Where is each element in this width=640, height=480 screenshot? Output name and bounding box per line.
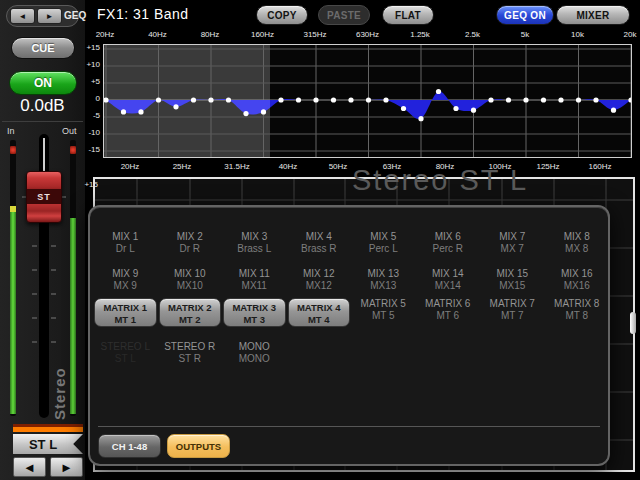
channel-id-label: MATRIX 2 <box>160 302 221 314</box>
geq-band-handle-400[interactable] <box>331 97 336 102</box>
channel-id-label: MIX 5 <box>352 231 415 243</box>
channel-id-label: MIX 11 <box>223 268 286 280</box>
channel-name-label: MX12 <box>288 280 351 292</box>
fader-tick <box>62 196 66 198</box>
prev-channel-button[interactable]: ◄ <box>10 8 35 24</box>
channel-select-mix-12[interactable]: MIX 12MX12 <box>288 268 351 292</box>
channel-select-mix-8[interactable]: MIX 8MX 8 <box>546 231 609 255</box>
channel-select-mix-3[interactable]: MIX 3Brass L <box>223 231 286 255</box>
geq-band-handle-2k[interactable] <box>453 106 458 111</box>
channel-select-matrix-8[interactable]: MATRIX 8MT 8 <box>546 298 609 327</box>
geq-band-handle-630[interactable] <box>366 97 371 102</box>
channel-id-label: MIX 2 <box>159 231 222 243</box>
mixer-button[interactable]: MIXER <box>556 5 630 25</box>
geq-band-handle-160[interactable] <box>261 109 266 114</box>
tab-ch-1-48[interactable]: CH 1-48 <box>98 434 161 458</box>
geq-band-handle-63[interactable] <box>191 97 196 102</box>
geq-band-handle-80[interactable] <box>208 97 213 102</box>
db-tick-label: +10 <box>80 60 100 69</box>
geq-band-handle-800[interactable] <box>383 97 388 102</box>
fader-tick <box>32 317 37 319</box>
geq-band-handle-3.15k[interactable] <box>488 97 493 102</box>
channel-select-popup: MIX 1Dr LMIX 2Dr RMIX 3Brass LMIX 4Brass… <box>88 205 610 466</box>
channel-right-arrow-button[interactable]: ► <box>50 457 83 477</box>
channel-select-mix-9[interactable]: MIX 9MX 9 <box>94 268 157 292</box>
freq-tick-label: 125Hz <box>528 162 568 171</box>
channel-select-mix-4[interactable]: MIX 4Brass R <box>288 231 351 255</box>
channel-select-matrix-7[interactable]: MATRIX 7MT 7 <box>481 298 544 327</box>
channel-select-mix-15[interactable]: MIX 15MX15 <box>481 268 544 292</box>
geq-band-handle-12.5k[interactable] <box>593 97 598 102</box>
fader-handle[interactable]: ST <box>26 171 62 223</box>
geq-band-handle-200[interactable] <box>278 97 283 102</box>
geq-band-handle-40[interactable] <box>156 97 161 102</box>
channel-select-mix-6[interactable]: MIX 6Perc R <box>417 231 480 255</box>
channel-select-matrix-6[interactable]: MATRIX 6MT 6 <box>417 298 480 327</box>
channel-select-stereo-r[interactable]: STEREO RST R <box>159 341 222 365</box>
channel-select-mix-13[interactable]: MIX 13MX13 <box>352 268 415 292</box>
channel-left-arrow-button[interactable]: ◄ <box>13 457 46 477</box>
geq-band-handle-25[interactable] <box>121 109 126 114</box>
geq-band-handle-5k[interactable] <box>523 97 528 102</box>
channel-select-matrix-2[interactable]: MATRIX 2MT 2 <box>159 298 222 327</box>
geq-band-handle-16k[interactable] <box>611 108 616 113</box>
geq-band-handle-6.3k[interactable] <box>541 97 546 102</box>
channel-select-mix-14[interactable]: MIX 14MX14 <box>417 268 480 292</box>
channel-name-text: ST L <box>29 437 57 452</box>
channel-select-stereo-l[interactable]: STEREO LST L <box>94 341 157 365</box>
fader-value: 0.0dB <box>0 96 85 116</box>
geq-band-handle-250[interactable] <box>296 97 301 102</box>
channel-select-matrix-5[interactable]: MATRIX 5MT 5 <box>352 298 415 327</box>
channel-select-mono[interactable]: MONOMONO <box>223 341 286 365</box>
freq-tick-label: 40Hz <box>268 162 308 171</box>
geq-band-handle-500[interactable] <box>348 97 353 102</box>
geq-band-handle-50[interactable] <box>173 104 178 109</box>
geq-band-handle-20k[interactable] <box>628 97 631 102</box>
channel-select-mix-11[interactable]: MIX 11MX11 <box>223 268 286 292</box>
freq-tick-label: 25Hz <box>162 162 202 171</box>
geq-on-button[interactable]: GEQ ON <box>496 5 554 25</box>
geq-band-handle-10k[interactable] <box>576 97 581 102</box>
channel-name-label: MT 2 <box>160 314 221 326</box>
paste-button[interactable]: PASTE <box>318 5 370 25</box>
geq-band-handle-2.5k[interactable] <box>471 108 476 113</box>
tab-outputs[interactable]: OUTPUTS <box>167 434 230 458</box>
channel-id-label: MATRIX 6 <box>417 298 480 310</box>
channel-name-label: Dr L <box>94 243 157 255</box>
channel-select-mix-1[interactable]: MIX 1Dr L <box>94 231 157 255</box>
db-tick-label: -5 <box>80 111 100 120</box>
channel-select-mix-10[interactable]: MIX 10MX10 <box>159 268 222 292</box>
channel-name-label: MX 9 <box>94 280 157 292</box>
channel-name-label: MT 4 <box>289 314 350 326</box>
geq-band-handle-100[interactable] <box>226 97 231 102</box>
freq-tick-label: 40Hz <box>138 30 178 39</box>
geq-band-handle-315[interactable] <box>313 97 318 102</box>
next-channel-button[interactable]: ► <box>37 8 62 24</box>
channel-name-label: MT 3 <box>224 314 285 326</box>
freq-tick-label: 20Hz <box>110 162 150 171</box>
on-button[interactable]: ON <box>9 71 77 95</box>
scrollbar-thumb[interactable] <box>630 312 636 334</box>
channel-id-label: STEREO R <box>159 341 222 353</box>
geq-band-handle-1.6k[interactable] <box>436 89 441 94</box>
copy-button[interactable]: COPY <box>256 5 308 25</box>
channel-select-matrix-3[interactable]: MATRIX 3MT 3 <box>223 298 286 327</box>
freq-tick-label: 5k <box>505 30 545 39</box>
geq-band-handle-1k[interactable] <box>401 106 406 111</box>
channel-select-matrix-4[interactable]: MATRIX 4MT 4 <box>288 298 351 327</box>
geq-band-handle-4k[interactable] <box>506 97 511 102</box>
channel-select-row: MIX 9MX 9MIX 10MX10MIX 11MX11MIX 12MX12M… <box>94 268 608 292</box>
geq-band-handle-8k[interactable] <box>558 97 563 102</box>
cue-button[interactable]: CUE <box>11 37 75 59</box>
fader-tick <box>51 269 56 271</box>
channel-select-mix-16[interactable]: MIX 16MX16 <box>546 268 609 292</box>
geq-band-handle-31.5[interactable] <box>138 109 143 114</box>
channel-id-label: MIX 13 <box>352 268 415 280</box>
channel-select-mix-7[interactable]: MIX 7MX 7 <box>481 231 544 255</box>
geq-band-handle-125[interactable] <box>243 111 248 116</box>
channel-select-matrix-1[interactable]: MATRIX 1MT 1 <box>94 298 157 327</box>
channel-select-mix-5[interactable]: MIX 5Perc L <box>352 231 415 255</box>
channel-select-mix-2[interactable]: MIX 2Dr R <box>159 231 222 255</box>
flat-button[interactable]: FLAT <box>382 5 434 25</box>
geq-band-handle-1.25k[interactable] <box>418 116 423 121</box>
